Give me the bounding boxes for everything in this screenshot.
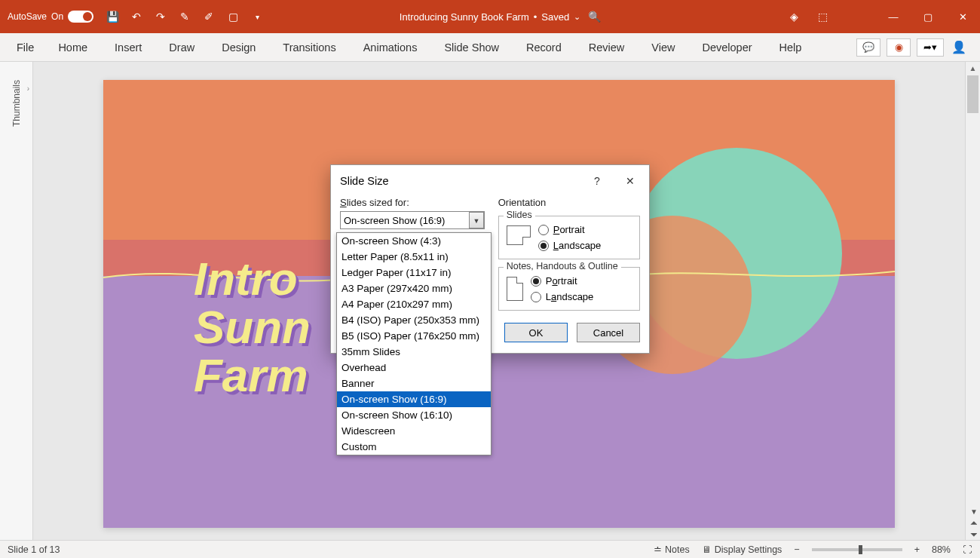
notes-icon: ≐ — [654, 544, 662, 555]
prev-slide-icon[interactable]: ⏶ — [969, 517, 978, 528]
comments-button[interactable]: 💬 — [856, 38, 880, 57]
cancel-button[interactable]: Cancel — [577, 323, 640, 342]
ribbon-tabs: File Home Insert Draw Design Transitions… — [0, 33, 980, 62]
sized-for-dropdown[interactable]: On-screen Show (4:3) Letter Paper (8.5x1… — [336, 232, 492, 455]
zoom-slider[interactable] — [812, 548, 902, 551]
display-settings-button[interactable]: 🖥Display Settings — [702, 544, 782, 555]
landscape-page-icon — [507, 225, 531, 245]
dd-option[interactable]: Custom — [337, 439, 491, 455]
share-button[interactable]: ➦▾ — [917, 38, 944, 57]
thumbnails-pane[interactable]: › Thumbnails — [0, 62, 33, 540]
expand-icon[interactable]: › — [27, 84, 29, 93]
zoom-in-button[interactable]: + — [914, 544, 920, 555]
tab-animations[interactable]: Animations — [350, 35, 431, 60]
slides-portrait-radio[interactable]: Portrait — [538, 224, 602, 235]
window-mode-icon[interactable]: ⬚ — [816, 10, 829, 23]
notes-landscape-radio[interactable]: Landscape — [531, 291, 594, 302]
autosave[interactable]: AutoSave On — [8, 11, 93, 23]
dd-option[interactable]: B4 (ISO) Paper (250x353 mm) — [337, 312, 491, 328]
portrait-page-icon — [507, 277, 523, 301]
redo-icon[interactable]: ↷ — [154, 10, 167, 23]
zoom-level[interactable]: 88% — [932, 544, 951, 555]
account-icon[interactable]: 👤 — [950, 38, 968, 57]
quick-access-toolbar: 💾 ↶ ↷ ✎ ✐ ▢ ▾ — [106, 10, 264, 23]
vertical-scrollbar[interactable]: ▲ ▼ ⏶ ⏷ — [965, 62, 980, 540]
tab-review[interactable]: Review — [575, 35, 639, 60]
maximize-button[interactable]: ▢ — [911, 0, 945, 33]
tab-record[interactable]: Record — [513, 35, 575, 60]
dd-option[interactable]: Banner — [337, 376, 491, 391]
eraser-icon[interactable]: ✐ — [202, 10, 216, 23]
chevron-down-icon[interactable]: ⌄ — [574, 12, 580, 22]
present-icon[interactable]: ▢ — [226, 10, 240, 23]
dialog-title: Slide Size — [340, 175, 388, 187]
dd-option[interactable]: A4 Paper (210x297 mm) — [337, 296, 491, 312]
autosave-state: On — [51, 11, 63, 22]
minimize-button[interactable]: — — [876, 0, 911, 33]
autosave-toggle[interactable] — [68, 11, 93, 23]
slide-indicator[interactable]: Slide 1 of 13 — [8, 544, 60, 555]
display-icon: 🖥 — [702, 544, 712, 555]
customize-qat-icon[interactable]: ▾ — [250, 10, 264, 23]
help-icon[interactable]: ? — [587, 175, 607, 187]
scroll-up-icon[interactable]: ▲ — [966, 62, 980, 75]
sized-for-label: Slides sized for: — [340, 197, 489, 208]
sized-for-combo[interactable]: On-screen Show (16:9) ▼ — [340, 211, 485, 229]
search-icon[interactable]: 🔍 — [588, 11, 601, 23]
tab-developer[interactable]: Developer — [688, 35, 765, 60]
scrollbar-thumb[interactable] — [967, 75, 978, 113]
dd-option[interactable]: Widescreen — [337, 423, 491, 439]
close-icon[interactable]: ✕ — [620, 175, 640, 187]
slides-landscape-radio[interactable]: Landscape — [538, 240, 602, 251]
zoom-knob[interactable] — [859, 545, 862, 554]
tab-view[interactable]: View — [638, 35, 688, 60]
tab-transitions[interactable]: Transitions — [269, 35, 349, 60]
dd-option[interactable]: 35mm Slides — [337, 344, 491, 360]
zoom-out-button[interactable]: − — [794, 544, 799, 555]
tab-draw[interactable]: Draw — [155, 35, 208, 60]
tab-home[interactable]: Home — [44, 35, 101, 60]
slides-orientation-group: Slides Portrait Landscape — [498, 216, 640, 259]
notes-legend: Notes, Handouts & Outline — [504, 261, 621, 271]
dd-option[interactable]: Ledger Paper (11x17 in) — [337, 265, 491, 281]
autosave-label: AutoSave — [8, 11, 47, 22]
thumbnails-label: Thumbnails — [11, 80, 22, 127]
dd-option[interactable]: B5 (ISO) Paper (176x250 mm) — [337, 328, 491, 344]
window-controls: — ▢ ✕ — [876, 0, 980, 33]
slides-legend: Slides — [504, 210, 535, 220]
chevron-down-icon[interactable]: ▼ — [469, 212, 484, 228]
notes-portrait-radio[interactable]: Portrait — [531, 275, 594, 287]
ok-button[interactable]: OK — [504, 323, 568, 342]
document-title[interactable]: Introducing Sunny Book Farm • Saved ⌄ — [400, 11, 580, 23]
tab-insert[interactable]: Insert — [101, 35, 155, 60]
dd-option[interactable]: Overhead — [337, 360, 491, 376]
title-bar: AutoSave On 💾 ↶ ↷ ✎ ✐ ▢ ▾ Introducing Su… — [0, 0, 980, 33]
pen-icon[interactable]: ✎ — [178, 10, 191, 23]
undo-icon[interactable]: ↶ — [130, 10, 143, 23]
dd-option[interactable]: Letter Paper (8.5x11 in) — [337, 249, 491, 265]
notes-button[interactable]: ≐Notes — [654, 544, 690, 555]
notes-orientation-group: Notes, Handouts & Outline Portrait Lands… — [498, 267, 640, 311]
doc-name: Introducing Sunny Book Farm — [400, 11, 529, 23]
file-tab[interactable]: File — [6, 35, 44, 60]
fit-to-window-button[interactable]: ⛶ — [963, 544, 972, 555]
next-slide-icon[interactable]: ⏷ — [969, 529, 978, 540]
record-button[interactable]: ◉ — [887, 38, 911, 57]
dd-option[interactable]: On-screen Show (16:10) — [337, 407, 491, 423]
slide-title-text[interactable]: Intro Sunn Farm — [194, 255, 311, 400]
save-state: Saved — [541, 11, 569, 23]
dialog-titlebar[interactable]: Slide Size ? ✕ — [331, 165, 649, 197]
scroll-down-icon[interactable]: ▼ — [970, 507, 978, 516]
dd-option-selected[interactable]: On-screen Show (16:9) — [337, 391, 491, 407]
tab-design[interactable]: Design — [208, 35, 269, 60]
tab-slideshow[interactable]: Slide Show — [430, 35, 513, 60]
dd-option[interactable]: A3 Paper (297x420 mm) — [337, 281, 491, 296]
tab-help[interactable]: Help — [766, 35, 816, 60]
orientation-label: Orientation — [498, 197, 640, 208]
dd-option[interactable]: On-screen Show (4:3) — [337, 233, 491, 249]
diamond-icon[interactable]: ◈ — [787, 10, 801, 23]
status-bar: Slide 1 of 13 ≐Notes 🖥Display Settings −… — [0, 540, 980, 558]
save-icon[interactable]: 💾 — [106, 10, 119, 23]
close-button[interactable]: ✕ — [945, 0, 980, 33]
